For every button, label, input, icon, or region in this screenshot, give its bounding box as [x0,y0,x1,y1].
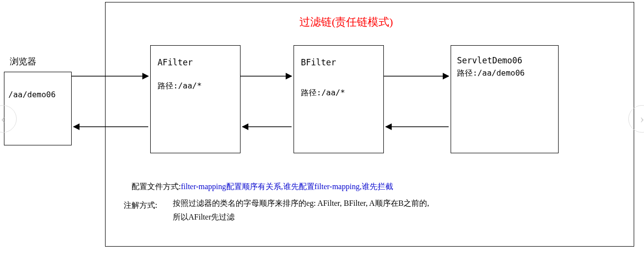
note-config-label: 配置文件方式: [132,182,181,191]
note-config-detail: filter-mapping配置顺序有关系,谁先配置filter-mapping… [181,182,393,191]
note-anno-label: 注解方式: [124,200,157,211]
note-config: 配置文件方式:filter-mapping配置顺序有关系,谁先配置filter-… [124,173,393,201]
diagram-root: 过滤链(责任链模式) 浏览器 /aa/demo06 AFilter 路径:/aa… [0,0,644,253]
note-anno-line1: 按照过滤器的类名的字母顺序来排序的eg: AFilter, BFilter, A… [173,198,429,209]
note-anno-line2: 所以AFilter先过滤 [173,212,235,223]
chevron-right-icon: › [640,112,644,126]
arrows-layer [0,0,644,253]
chevron-left-icon: ‹ [1,112,5,126]
